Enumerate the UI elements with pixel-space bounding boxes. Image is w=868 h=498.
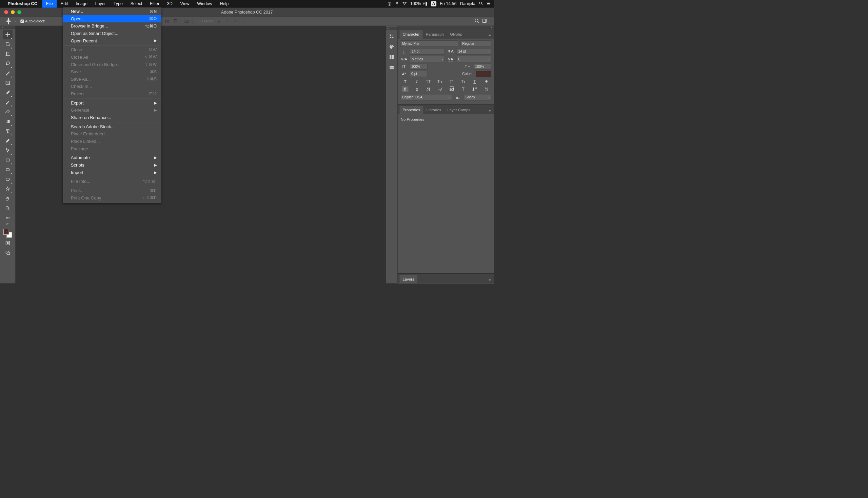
- menu-view[interactable]: View: [176, 0, 193, 8]
- notification-center-icon[interactable]: ☰: [486, 1, 490, 6]
- distribute-v-icon[interactable]: [172, 18, 178, 24]
- 3d-roll-icon[interactable]: ⟳: [225, 18, 230, 24]
- font-style-select[interactable]: Regular⌄: [460, 40, 491, 47]
- strip-collapse[interactable]: «: [386, 27, 397, 30]
- 3d-pan-icon[interactable]: ✥: [232, 18, 238, 24]
- tab-libraries[interactable]: Libraries: [423, 106, 444, 114]
- zoom-tool[interactable]: [3, 204, 13, 213]
- battery-status[interactable]: 100% ⚡︎▮: [410, 1, 428, 6]
- menu-layer[interactable]: Layer: [91, 0, 109, 8]
- vscale-input[interactable]: [410, 64, 427, 69]
- rect-marquee-tool[interactable]: [3, 39, 13, 49]
- brushes-panel-icon[interactable]: [388, 63, 396, 72]
- brush-tool[interactable]: [3, 97, 13, 107]
- tab-layers[interactable]: Layers: [399, 275, 417, 283]
- contextual-button[interactable]: ɕ: [413, 87, 420, 92]
- text-color-swatch[interactable]: [476, 71, 491, 77]
- menu-item-import[interactable]: Import▶: [63, 169, 161, 176]
- menu-file[interactable]: File: [42, 0, 57, 8]
- quick-mask-button[interactable]: [3, 238, 13, 248]
- color-panel-icon[interactable]: [388, 42, 396, 51]
- window-minimize-button[interactable]: [11, 10, 15, 14]
- user-menu[interactable]: Danijela: [460, 1, 475, 6]
- menu-type[interactable]: Type: [109, 0, 126, 8]
- underline-button[interactable]: T: [472, 79, 478, 84]
- tab-properties[interactable]: Properties: [399, 106, 423, 114]
- font-size-input[interactable]: 14 pt⌄: [410, 48, 444, 54]
- custom-shape-tool[interactable]: [3, 184, 13, 194]
- baseline-input[interactable]: [410, 71, 427, 77]
- edit-toolbar-button[interactable]: [3, 223, 13, 228]
- search-icon[interactable]: [475, 18, 479, 24]
- menu-image[interactable]: Image: [72, 0, 92, 8]
- panels-collapse[interactable]: »: [398, 26, 494, 29]
- bluetooth-icon[interactable]: [395, 1, 399, 6]
- input-source-icon[interactable]: A: [431, 1, 436, 6]
- 3d-camera-icon[interactable]: ▪: [249, 18, 254, 24]
- menu-item-open-recent[interactable]: Open Recent▶: [63, 37, 161, 44]
- pen-tool[interactable]: [3, 136, 13, 145]
- menu-edit[interactable]: Edit: [57, 0, 71, 8]
- color-swatches[interactable]: [3, 228, 13, 238]
- menu-help[interactable]: Help: [216, 0, 232, 8]
- oldstyle-button[interactable]: ½: [483, 87, 490, 92]
- tool-preset-chevron-icon[interactable]: ⌄: [14, 20, 17, 23]
- wifi-icon[interactable]: [402, 1, 407, 6]
- stylistic-button[interactable]: 𝑆t: [425, 87, 432, 92]
- creative-cloud-icon[interactable]: ◎: [388, 1, 391, 6]
- menu-item-export[interactable]: Export▶: [63, 99, 161, 106]
- italic-button[interactable]: T: [413, 79, 420, 84]
- ligatures-button[interactable]: fi: [402, 87, 408, 92]
- leading-input[interactable]: 14 pt⌄: [457, 48, 491, 54]
- kerning-select[interactable]: Metrics⌄: [410, 56, 444, 62]
- swatches-panel-icon[interactable]: [388, 53, 396, 62]
- allcaps-button[interactable]: TT: [425, 79, 432, 84]
- ordinals-button[interactable]: a͞d: [448, 87, 455, 92]
- current-tool-icon[interactable]: [4, 18, 13, 25]
- eraser-tool[interactable]: [3, 107, 13, 116]
- eyedropper-tool[interactable]: [3, 88, 13, 97]
- panel-menu-icon[interactable]: ≡: [488, 108, 492, 114]
- bold-button[interactable]: T: [402, 79, 408, 84]
- language-select[interactable]: English: USA⌄: [400, 94, 452, 101]
- auto-align-icon[interactable]: [184, 18, 189, 24]
- gradient-tool[interactable]: [3, 117, 13, 126]
- superscript-button[interactable]: T¹: [448, 79, 455, 84]
- tab-paragraph[interactable]: Paragraph: [423, 30, 447, 38]
- clock[interactable]: Fri 14:56: [440, 1, 456, 6]
- hand-tool[interactable]: [3, 194, 13, 203]
- menu-3d[interactable]: 3D: [163, 0, 176, 8]
- menu-item-automate[interactable]: Automate▶: [63, 154, 161, 161]
- menu-item-open-as-smart-object[interactable]: Open as Smart Object...: [63, 30, 161, 37]
- subscript-button[interactable]: T₁: [460, 79, 466, 84]
- menu-item-search-adobe-stock[interactable]: Search Adobe Stock...: [63, 123, 161, 130]
- swash-button[interactable]: 𝒜: [437, 87, 443, 92]
- app-name[interactable]: Photoshop CC: [8, 1, 37, 6]
- smallcaps-button[interactable]: Tᴛ: [437, 79, 443, 84]
- tab-glyphs[interactable]: Glyphs: [447, 30, 465, 38]
- tab-layer-comps[interactable]: Layer Comps: [444, 106, 473, 114]
- magic-wand-tool[interactable]: [3, 68, 13, 78]
- window-zoom-button[interactable]: [17, 10, 21, 14]
- screen-mode-button[interactable]: [3, 248, 13, 258]
- menu-select[interactable]: Select: [126, 0, 146, 8]
- toolbox-collapse[interactable]: »: [0, 26, 16, 29]
- panel-menu-icon[interactable]: ≡: [488, 32, 492, 39]
- font-family-select[interactable]: Myriad Pro⌄: [400, 40, 458, 47]
- menu-filter[interactable]: Filter: [146, 0, 163, 8]
- 3d-slide-icon[interactable]: ⤧: [240, 18, 246, 24]
- strikethrough-button[interactable]: T: [483, 79, 490, 84]
- titling-button[interactable]: T: [460, 87, 466, 92]
- menu-item-browse-in-bridge[interactable]: Browse in Bridge...⌥⌘O: [63, 22, 161, 30]
- frame-tool[interactable]: [3, 78, 13, 88]
- ellipse-tool[interactable]: [3, 174, 13, 184]
- menu-window[interactable]: Window: [193, 0, 216, 8]
- move-tool[interactable]: [3, 30, 13, 39]
- menu-item-new[interactable]: New...⌘N: [63, 8, 161, 15]
- path-select-tool[interactable]: [3, 145, 13, 155]
- type-tool[interactable]: [3, 126, 13, 136]
- menu-item-open[interactable]: Open...⌘O: [63, 15, 161, 22]
- distribute-center-icon[interactable]: [164, 18, 170, 24]
- rectangle-tool[interactable]: [3, 155, 13, 165]
- window-close-button[interactable]: [4, 10, 8, 14]
